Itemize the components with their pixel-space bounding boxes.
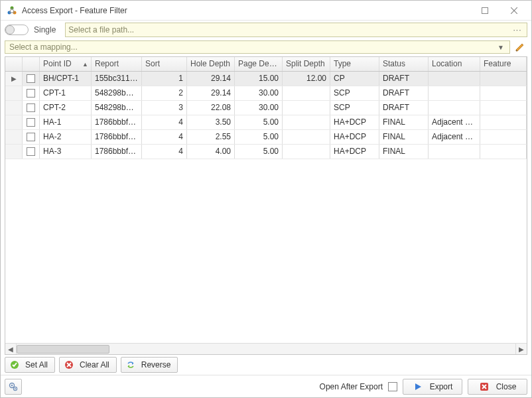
cell-type[interactable]: HA+DCP: [330, 115, 379, 129]
close-window-button[interactable]: [499, 1, 529, 20]
col-checkbox[interactable]: [23, 57, 40, 71]
cell-type[interactable]: HA+DCP: [330, 130, 379, 144]
col-feature[interactable]: Feature: [480, 57, 527, 71]
cell-report[interactable]: 548298b2-80...: [92, 101, 142, 115]
cell-status[interactable]: DRAFT: [379, 101, 429, 115]
cell-hole-depth[interactable]: 2.55: [187, 130, 235, 144]
cell-point-id[interactable]: HA-2: [40, 130, 92, 144]
cell-point-id[interactable]: HA-3: [40, 145, 92, 159]
cell-sort[interactable]: 3: [142, 101, 187, 115]
scroll-thumb[interactable]: [17, 345, 109, 354]
cell-status[interactable]: FINAL: [379, 145, 429, 159]
cell-hole-depth[interactable]: 22.08: [187, 101, 235, 115]
cell-feature[interactable]: [480, 130, 527, 144]
cell-sort[interactable]: 2: [142, 86, 187, 100]
row-checkbox-cell[interactable]: [23, 72, 40, 86]
cell-hole-depth[interactable]: 3.50: [187, 115, 235, 129]
col-point-id[interactable]: Point ID ▲: [40, 57, 92, 71]
cell-hole-depth[interactable]: 29.14: [187, 72, 235, 86]
cell-split-depth[interactable]: [283, 101, 330, 115]
cell-type[interactable]: SCP: [330, 86, 379, 100]
row-handle[interactable]: ▶: [5, 72, 23, 86]
col-report[interactable]: Report: [92, 57, 142, 71]
cell-location[interactable]: Adjacent brid...: [429, 115, 480, 129]
horizontal-scrollbar[interactable]: ◀ ▶: [5, 343, 527, 354]
row-handle[interactable]: [5, 130, 23, 144]
export-button[interactable]: Export: [403, 379, 462, 395]
col-location[interactable]: Location: [429, 57, 480, 71]
row-handle[interactable]: [5, 145, 23, 159]
cell-sort[interactable]: 4: [142, 145, 187, 159]
cell-feature[interactable]: [480, 101, 527, 115]
cell-feature[interactable]: [480, 72, 527, 86]
row-checkbox[interactable]: [27, 133, 35, 141]
cell-location[interactable]: [429, 101, 480, 115]
cell-page-depth[interactable]: 5.00: [235, 115, 283, 129]
clear-all-button[interactable]: Clear All: [59, 357, 117, 373]
row-checkbox-cell[interactable]: [23, 130, 40, 144]
scroll-left-arrow[interactable]: ◀: [5, 344, 17, 354]
cell-hole-depth[interactable]: 4.00: [187, 145, 235, 159]
file-browse-button[interactable]: ···: [511, 25, 524, 34]
cell-report[interactable]: 548298b2-80...: [92, 86, 142, 100]
close-button[interactable]: Close: [468, 379, 527, 395]
cell-sort[interactable]: 4: [142, 115, 187, 129]
row-checkbox-cell[interactable]: [23, 101, 40, 115]
cell-feature[interactable]: [480, 86, 527, 100]
cell-status[interactable]: FINAL: [379, 115, 429, 129]
cell-point-id[interactable]: BH/CPT-1: [40, 72, 92, 86]
cell-page-depth[interactable]: 30.00: [235, 101, 283, 115]
cell-hole-depth[interactable]: 29.14: [187, 86, 235, 100]
mapping-select[interactable]: Select a mapping... ▼: [5, 40, 510, 54]
row-handle[interactable]: [5, 86, 23, 100]
cell-sort[interactable]: 4: [142, 130, 187, 144]
cell-page-depth[interactable]: 30.00: [235, 86, 283, 100]
cell-location[interactable]: Adjacent brid...: [429, 130, 480, 144]
table-row[interactable]: CPT-1548298b2-80...229.1430.00SCPDRAFT: [5, 86, 527, 101]
row-handle[interactable]: [5, 115, 23, 129]
scroll-track[interactable]: [17, 344, 515, 354]
cell-feature[interactable]: [480, 115, 527, 129]
row-handle[interactable]: [5, 101, 23, 115]
cell-report[interactable]: 155bc311-a4...: [92, 72, 142, 86]
single-toggle[interactable]: [5, 25, 29, 35]
cell-feature[interactable]: [480, 145, 527, 159]
cell-page-depth[interactable]: 5.00: [235, 130, 283, 144]
col-status[interactable]: Status: [379, 57, 429, 71]
cell-location[interactable]: [429, 72, 480, 86]
col-page-depth[interactable]: Page Depth: [235, 57, 283, 71]
table-row[interactable]: ▶BH/CPT-1155bc311-a4...129.1415.0012.00C…: [5, 72, 527, 86]
col-hole-depth[interactable]: Hole Depth: [187, 57, 235, 71]
cell-type[interactable]: CP: [330, 72, 379, 86]
row-checkbox[interactable]: [27, 147, 35, 156]
cell-location[interactable]: [429, 145, 480, 159]
table-row[interactable]: CPT-2548298b2-80...322.0830.00SCPDRAFT: [5, 101, 527, 115]
cell-split-depth[interactable]: [283, 130, 330, 144]
cell-split-depth[interactable]: [283, 145, 330, 159]
cell-sort[interactable]: 1: [142, 72, 187, 86]
row-checkbox[interactable]: [27, 74, 35, 83]
cell-status[interactable]: DRAFT: [379, 86, 429, 100]
cell-point-id[interactable]: CPT-1: [40, 86, 92, 100]
row-checkbox-cell[interactable]: [23, 145, 40, 159]
cell-point-id[interactable]: CPT-2: [40, 101, 92, 115]
reverse-button[interactable]: Reverse: [121, 357, 178, 373]
cell-report[interactable]: 1786bbbf-2c...: [92, 115, 142, 129]
table-row[interactable]: HA-11786bbbf-2c...43.505.00HA+DCPFINALAd…: [5, 115, 527, 130]
cell-split-depth[interactable]: [283, 86, 330, 100]
cell-page-depth[interactable]: 15.00: [235, 72, 283, 86]
row-checkbox[interactable]: [27, 89, 35, 98]
set-all-button[interactable]: Set All: [5, 357, 55, 373]
col-type[interactable]: Type: [330, 57, 379, 71]
cell-location[interactable]: [429, 86, 480, 100]
cell-status[interactable]: DRAFT: [379, 72, 429, 86]
cell-split-depth[interactable]: 12.00: [283, 72, 330, 86]
settings-button[interactable]: [5, 379, 22, 395]
cell-point-id[interactable]: HA-1: [40, 115, 92, 129]
row-checkbox[interactable]: [27, 103, 35, 112]
table-row[interactable]: HA-21786bbbf-2c...42.555.00HA+DCPFINALAd…: [5, 130, 527, 145]
col-split-depth[interactable]: Split Depth: [283, 57, 330, 71]
edit-mapping-button[interactable]: [513, 40, 527, 54]
cell-page-depth[interactable]: 5.00: [235, 145, 283, 159]
open-after-export-checkbox[interactable]: [388, 382, 397, 391]
